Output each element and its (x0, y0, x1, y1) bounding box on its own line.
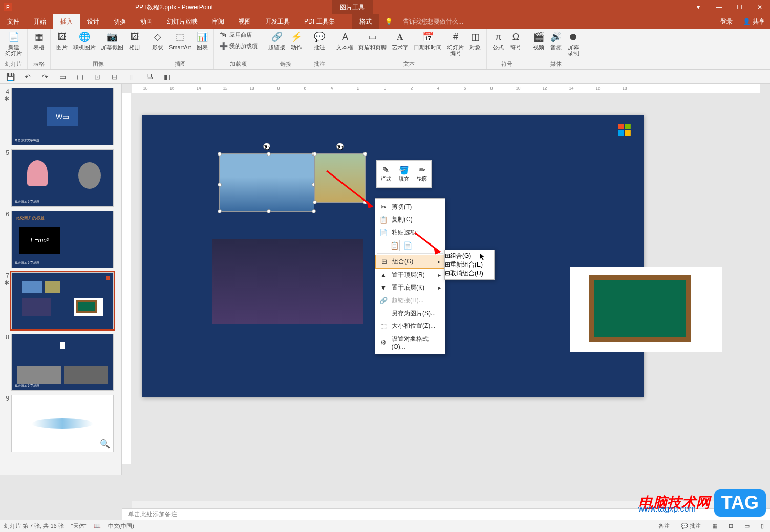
qat-btn-6[interactable]: 🖶 (144, 72, 155, 82)
resize-handle[interactable] (218, 209, 222, 213)
slide-thumbnails[interactable]: 4✱W▭单击添加文字标题5单击添加文字标题6此处照片的标题E=mc²单击添加文字… (0, 84, 122, 475)
resize-handle[interactable] (313, 200, 317, 204)
qat-btn-5[interactable]: ▦ (127, 72, 137, 82)
ribbon-艺术字[interactable]: 𝐀艺术字 (390, 30, 411, 59)
qat-btn-7[interactable]: ◧ (162, 72, 172, 82)
comments-toggle[interactable]: 💬 批注 (679, 522, 703, 530)
ribbon-文本框[interactable]: A文本框 (334, 30, 355, 59)
ribbon-表格[interactable]: ▦表格 (31, 30, 47, 59)
ribbon-相册[interactable]: 🖼相册 (126, 30, 143, 59)
mini-填充[interactable]: 🪣填充 (395, 161, 413, 187)
share-button[interactable]: 👤共享 (738, 17, 770, 26)
ctx-大小和位置Z[interactable]: ⬚大小和位置(Z)... (375, 320, 445, 332)
ctx-粘贴选项:[interactable]: 📄粘贴选项: (375, 226, 445, 239)
save-icon[interactable]: 💾 (5, 72, 15, 82)
close-icon[interactable]: ✕ (750, 0, 770, 14)
resize-handle[interactable] (218, 152, 222, 156)
tab-format[interactable]: 格式 (352, 14, 379, 29)
tab-file[interactable]: 文件 (0, 14, 27, 29)
ribbon-options-icon[interactable]: ▾ (688, 0, 709, 14)
ribbon-应用商店[interactable]: 🛍应用商店 (217, 30, 260, 40)
tellme-input[interactable]: 告诉我您想要做什么... (393, 17, 463, 26)
qat-btn-1[interactable]: ▭ (57, 72, 68, 82)
spellcheck-icon[interactable]: 📖 (94, 523, 101, 529)
ribbon-符号[interactable]: Ω符号 (507, 30, 524, 59)
ribbon-屏幕录制[interactable]: ⏺屏幕录制 (565, 30, 582, 59)
resize-handle[interactable] (363, 200, 367, 204)
thumbnail-6[interactable]: 6此处照片的标题E=mc²单击添加文字标题 (2, 211, 119, 268)
ctx-组合G[interactable]: ⊞组合(G)▸ (375, 255, 445, 269)
login-button[interactable]: 登录 (715, 17, 738, 26)
qat-btn-3[interactable]: ⊡ (92, 72, 102, 82)
ribbon-屏幕截图[interactable]: 📷屏幕截图 (99, 30, 125, 59)
slideshow-view-icon[interactable]: ▯ (759, 523, 766, 529)
normal-view-icon[interactable]: ▦ (710, 523, 719, 529)
undo-icon[interactable]: ↶ (23, 72, 33, 82)
ribbon-幻灯片编号[interactable]: #幻灯片编号 (445, 30, 466, 59)
rotate-handle[interactable]: ↻ (336, 143, 344, 150)
ribbon-新建幻灯片[interactable]: 📄新建幻灯片 (3, 30, 24, 59)
thumbnail-7[interactable]: 7✱ (2, 272, 119, 329)
tab-design[interactable]: 设计 (80, 14, 106, 29)
ctx-复制C[interactable]: 📋复制(C) (375, 213, 445, 226)
tab-slideshow[interactable]: 幻灯片放映 (160, 14, 205, 29)
mini-样式[interactable]: ✎样式 (377, 161, 395, 187)
resize-handle[interactable] (218, 183, 222, 187)
paste-option-2[interactable]: 📄 (402, 240, 413, 251)
tab-insert[interactable]: 插入 (53, 14, 80, 29)
notes-toggle[interactable]: ≡ 备注 (651, 522, 671, 530)
ribbon-对象[interactable]: ◫对象 (467, 30, 483, 59)
selected-image-2[interactable]: ↻ (314, 153, 366, 203)
ribbon-公式[interactable]: π公式 (490, 30, 506, 59)
image-blackboard[interactable] (570, 267, 722, 352)
reading-view-icon[interactable]: ▭ (742, 523, 752, 529)
ribbon-日期和时间[interactable]: 📅日期和时间 (412, 30, 444, 59)
ribbon-超链接[interactable]: 🔗超链接 (266, 30, 287, 59)
tab-review[interactable]: 审阅 (205, 14, 231, 29)
ribbon-音频[interactable]: 🔊音频 (548, 30, 564, 59)
thumbnail-5[interactable]: 5单击添加文字标题 (2, 149, 119, 207)
sorter-view-icon[interactable]: ⊞ (726, 523, 735, 529)
qat-btn-2[interactable]: ▢ (75, 72, 85, 82)
ribbon-icon: 🔊 (550, 31, 562, 43)
qat-btn-4[interactable]: ⊟ (110, 72, 120, 82)
ribbon-图片[interactable]: 🖼图片 (54, 30, 70, 59)
ribbon-动作[interactable]: ⚡动作 (288, 30, 305, 59)
ribbon-页眉和页脚[interactable]: ▭页眉和页脚 (356, 30, 389, 59)
mini-轮廓[interactable]: ✏轮廓 (413, 161, 431, 187)
resize-handle[interactable] (313, 152, 317, 156)
tab-developer[interactable]: 开发工具 (258, 14, 297, 29)
ribbon-图表[interactable]: 📊图表 (194, 30, 210, 59)
tab-home[interactable]: 开始 (27, 14, 53, 29)
maximize-icon[interactable]: ☐ (729, 0, 750, 14)
ctx-置于顶层R[interactable]: ▲置于顶层(R)▸ (375, 269, 445, 281)
tab-transitions[interactable]: 切换 (106, 14, 133, 29)
ribbon-SmartArt[interactable]: ⬚SmartArt (167, 30, 193, 59)
thumbnail-9[interactable]: 9🔍 (2, 395, 119, 452)
thumbnail-4[interactable]: 4✱W▭单击添加文字标题 (2, 88, 119, 145)
resize-handle[interactable] (267, 209, 271, 213)
ribbon-我的加载项[interactable]: ➕我的加载项 (217, 41, 260, 51)
ctx-设置对象格式O[interactable]: ⚙设置对象格式(O)... (375, 332, 445, 352)
image-city[interactable] (212, 239, 363, 324)
tab-view[interactable]: 视图 (231, 14, 258, 29)
ribbon-形状[interactable]: ◇形状 (149, 30, 166, 59)
resize-handle[interactable] (312, 209, 316, 213)
ribbon-联机图片[interactable]: 🌐联机图片 (71, 30, 98, 59)
ctx-另存为图片S[interactable]: 另存为图片(S)... (375, 307, 445, 320)
tab-animations[interactable]: 动画 (133, 14, 160, 29)
tab-pdf[interactable]: PDF工具集 (297, 14, 342, 29)
resize-handle[interactable] (267, 152, 271, 156)
ribbon-视频[interactable]: 🎬视频 (530, 30, 547, 59)
redo-icon[interactable]: ↷ (40, 72, 50, 82)
language-indicator[interactable]: 中文(中国) (108, 522, 134, 530)
selected-image-1[interactable]: ↻ (219, 153, 314, 212)
ctx-置于底层K[interactable]: ▼置于底层(K)▸ (375, 281, 445, 294)
paste-option-1[interactable]: 📋 (389, 240, 400, 251)
minimize-icon[interactable]: — (709, 0, 729, 14)
ctx-剪切T[interactable]: ✂剪切(T) (375, 201, 445, 213)
resize-handle[interactable] (363, 152, 367, 156)
rotate-handle[interactable]: ↻ (263, 143, 270, 150)
thumbnail-8[interactable]: 8单击添加文字标题 (2, 334, 119, 391)
ribbon-批注[interactable]: 💬批注 (311, 30, 328, 59)
